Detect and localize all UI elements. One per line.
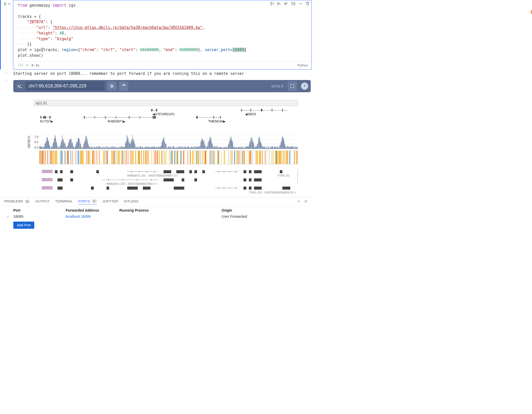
track-key: "ZBTB7A": [27, 20, 45, 24]
execute-below-button[interactable]: [284, 1, 288, 6]
tab-problems[interactable]: PROBLEMS 1: [4, 199, 30, 204]
cell-output: ⋯ Starting server on port 18089... remem…: [0, 70, 312, 77]
svg-point-3: [300, 3, 301, 4]
ports-row[interactable]: ○ 18089 localhost:18089 User Forwarded: [0, 213, 312, 220]
code-content[interactable]: from genomespy import igv tracks = { ···…: [13, 0, 311, 61]
help-button[interactable]: ?: [301, 83, 308, 90]
run-by-line-button[interactable]: [270, 1, 274, 6]
transcript-label: TYW1-201 - ENST00000359626.10 >: [249, 191, 296, 194]
share-arrow-icon: [121, 84, 126, 88]
svg-point-5: [111, 85, 112, 85]
forwarded-address-link[interactable]: localhost:18089: [66, 214, 119, 218]
param-server-port: server_port: [205, 48, 230, 52]
bigwig-track[interactable]: ZBTB7A 1.0 0.5 0.0: [27, 135, 298, 149]
annotation-stripe-track[interactable]: [39, 151, 298, 164]
fullscreen-icon: [290, 84, 295, 88]
gene-label-rabgef1[interactable]: RABGEF1▶: [108, 119, 125, 123]
bigwig-yaxis: 1.0 0.5 0.0: [32, 135, 39, 149]
band-label: q11.21: [36, 101, 47, 105]
panel-tabs: PROBLEMS 1 OUTPUT TERMINAL PORTS 1 JUPYT…: [0, 197, 312, 206]
exec-time: 0.3s: [31, 63, 39, 67]
keyword-from: from: [18, 3, 27, 8]
notebook-cell: from genomespy import igv tracks = { ···…: [0, 0, 312, 70]
output-ellipsis-2[interactable]: ⋯: [0, 77, 12, 195]
ports-header: Port Forwarded Address Running Process O…: [0, 206, 312, 213]
key-url: "url": [36, 25, 48, 30]
var-tracks: tracks: [18, 14, 32, 19]
svg-point-4: [301, 3, 302, 4]
module-name: genomespy: [29, 3, 50, 8]
run-cell-button[interactable]: [4, 2, 11, 6]
key-type: "type": [36, 37, 50, 41]
close-icon: [304, 200, 308, 203]
transcript-track[interactable]: RABGEF1-201 - ENST00000284957.9 >RABGEF1…: [39, 169, 298, 194]
genome-browser: v0.51.0 ? q11.21 KCTD7▶RABGEF1▶◀GTF2IRD1…: [13, 80, 311, 194]
key-height: "height": [36, 31, 55, 36]
tab-output[interactable]: OUTPUT: [36, 199, 50, 204]
split-cell-button[interactable]: [291, 1, 296, 6]
cell-language[interactable]: Python: [298, 63, 308, 67]
fn-igv: igv: [34, 48, 41, 52]
transcript-label: RABGEF1-207 - ENST00000607882.5 >: [107, 182, 157, 185]
tab-gitlens[interactable]: GITLENS: [124, 199, 138, 204]
execute-above-button[interactable]: [277, 1, 281, 6]
success-check-icon: ✓: [26, 63, 29, 68]
gene-label-gtf2ird1p1[interactable]: ◀GTF2IRD1P1: [153, 112, 175, 116]
add-port-button[interactable]: Add Port: [13, 222, 34, 229]
tab-jupyter[interactable]: JUPYTER: [102, 199, 118, 204]
sliders-icon: [110, 84, 114, 88]
transcript-label: RABGEF1-201 - ENST00000284957.9 >: [127, 174, 178, 177]
ports-badge: 1: [92, 199, 97, 203]
chevron-up-icon: [297, 200, 300, 203]
transcript-label: TYW1-20: [277, 174, 289, 177]
settings-button[interactable]: [107, 82, 117, 91]
col-port: Port: [13, 208, 66, 212]
tab-ports[interactable]: PORTS 1: [78, 199, 97, 204]
execution-count: [1]: [13, 63, 26, 67]
panel-close-button[interactable]: [304, 200, 308, 204]
param-region: region: [62, 48, 76, 52]
ytick: 0.5: [34, 141, 38, 144]
col-proc: Running Process: [119, 208, 222, 212]
svg-point-2: [299, 3, 300, 4]
execution-status-row: [1] ✓ 0.3s Python: [13, 61, 311, 69]
bigwig-track-label: ZBTB7A: [27, 135, 32, 149]
method-show: show: [29, 53, 39, 58]
port-status-icon: ○: [7, 214, 13, 218]
version-label: v0.51.0: [271, 84, 283, 88]
genome-toolbar: v0.51.0 ?: [13, 80, 311, 92]
gene-track[interactable]: KCTD7▶RABGEF1▶◀GTF2IRD1P1TMEM248▶◀SBDS: [34, 109, 298, 124]
cell-editor[interactable]: from genomespy import igv tracks = { ···…: [13, 0, 312, 70]
port-value: 18089: [233, 48, 244, 52]
gene-label-sbds[interactable]: ◀SBDS: [245, 112, 256, 116]
chevron-down-icon: [8, 2, 11, 6]
cell-output-widget: ⋯ v0.51.0 ?: [0, 77, 312, 195]
url-value: "https://chip-atlas.dbcls.jp/data/hg38/e…: [52, 25, 202, 30]
ytick: 0.0: [34, 146, 38, 149]
share-button[interactable]: [119, 82, 128, 91]
gene-label-tmem248[interactable]: TMEM248▶: [208, 119, 225, 123]
bottom-panel: PROBLEMS 1 OUTPUT TERMINAL PORTS 1 JUPYT…: [0, 197, 312, 229]
cell-toolbar: [270, 1, 310, 6]
port-number: 18089: [13, 214, 66, 218]
ideogram-band[interactable]: q11.21: [34, 100, 298, 106]
more-actions-button[interactable]: [298, 1, 303, 6]
fullscreen-button[interactable]: [288, 82, 297, 91]
svg-point-7: [111, 87, 112, 87]
bigwig-plot[interactable]: [39, 135, 298, 149]
genome-location-input[interactable]: [26, 82, 105, 90]
panel-collapse-button[interactable]: [297, 200, 300, 204]
ytick: 1.0: [34, 135, 38, 138]
output-ellipsis[interactable]: ⋯: [0, 70, 12, 77]
tab-terminal[interactable]: TERMINAL: [55, 199, 73, 204]
gene-label-kctd7[interactable]: KCTD7▶: [40, 119, 53, 123]
type-value: "bigwig": [55, 37, 73, 41]
stdout-text: Starting server on port 18089... remembe…: [13, 71, 311, 76]
problems-badge: 1: [25, 200, 30, 203]
cell-gutter: [1, 0, 13, 70]
app-logo-icon: [16, 83, 23, 90]
delete-cell-button[interactable]: [305, 1, 310, 6]
imported-name: igv: [69, 3, 76, 8]
play-icon: [4, 2, 7, 6]
col-addr: Forwarded Address: [66, 208, 119, 212]
